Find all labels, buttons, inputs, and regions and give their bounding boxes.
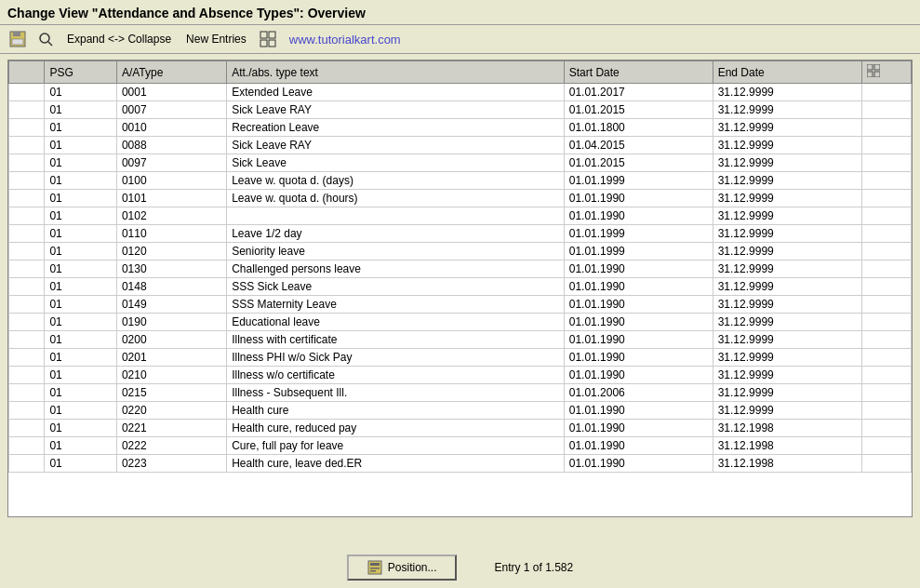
cell-startdate: 01.01.1990: [564, 207, 713, 225]
table-row[interactable]: 010097Sick Leave01.01.201531.12.9999: [9, 154, 912, 172]
save-icon[interactable]: [7, 29, 28, 49]
cell-psg: 01: [45, 261, 117, 278]
cell-aatype: 0148: [116, 278, 226, 296]
svg-rect-12: [874, 72, 880, 77]
row-selector[interactable]: [9, 455, 45, 473]
table-row[interactable]: 010210Illness w/o certificate01.01.19903…: [9, 367, 912, 384]
table-row[interactable]: 010130Challenged persons leave01.01.1990…: [9, 261, 912, 278]
row-selector[interactable]: [9, 420, 45, 437]
table-row[interactable]: 010088Sick Leave RAY01.04.201531.12.9999: [9, 137, 912, 154]
main-content: PSG A/AType Att./abs. type text Start Da…: [7, 60, 913, 517]
row-selector[interactable]: [9, 296, 45, 314]
cell-enddate: 31.12.9999: [713, 84, 861, 101]
cell-text: Leave w. quota d. (days): [227, 172, 565, 190]
svg-rect-15: [370, 568, 380, 569]
cell-text: SSS Sick Leave: [227, 278, 565, 296]
cell-aatype: 0222: [116, 437, 226, 455]
cell-startdate: 01.01.1999: [564, 243, 713, 261]
header-aatype: A/AType: [116, 61, 226, 84]
row-selector[interactable]: [9, 119, 45, 137]
table-row[interactable]: 010223Health cure, leave ded.ER01.01.199…: [9, 455, 912, 473]
table-row[interactable]: 010190Educational leave01.01.199031.12.9…: [9, 314, 912, 331]
row-selector[interactable]: [9, 384, 45, 402]
cell-enddate: 31.12.9999: [713, 154, 861, 172]
row-selector[interactable]: [9, 402, 45, 420]
title-bar: Change View "Attendance and Absence Type…: [0, 0, 920, 25]
row-selector[interactable]: [9, 349, 45, 367]
toolbar-icon-grid[interactable]: [258, 29, 278, 49]
row-selector[interactable]: [9, 278, 45, 296]
table-row[interactable]: 010149SSS Maternity Leave01.01.199031.12…: [9, 296, 912, 314]
cell-enddate: 31.12.9999: [713, 261, 861, 278]
cell-psg: 01: [45, 384, 117, 402]
row-selector[interactable]: [9, 190, 45, 207]
page-title: Change View "Attendance and Absence Type…: [7, 6, 913, 20]
row-selector[interactable]: [9, 261, 45, 278]
cell-aatype: 0215: [116, 384, 226, 402]
row-selector[interactable]: [9, 137, 45, 154]
row-selector[interactable]: [9, 331, 45, 349]
cell-psg: 01: [45, 331, 117, 349]
row-selector[interactable]: [9, 207, 45, 225]
table-row[interactable]: 010100Leave w. quota d. (days)01.01.1999…: [9, 172, 912, 190]
table-row[interactable]: 010215Illness - Subsequent Ill.01.01.200…: [9, 384, 912, 402]
row-selector[interactable]: [9, 314, 45, 331]
row-selector[interactable]: [9, 225, 45, 243]
cell-text: Cure, full pay for leave: [227, 437, 565, 455]
cell-startdate: 01.01.1999: [564, 225, 713, 243]
row-selector[interactable]: [9, 101, 45, 119]
table-row[interactable]: 010110Leave 1/2 day01.01.199931.12.9999: [9, 225, 912, 243]
table-row[interactable]: 010222Cure, full pay for leave01.01.1990…: [9, 437, 912, 455]
cell-icon: [861, 367, 911, 384]
row-selector[interactable]: [9, 172, 45, 190]
cell-text: Challenged persons leave: [227, 261, 565, 278]
table-row[interactable]: 01010201.01.199031.12.9999: [9, 207, 912, 225]
cell-aatype: 0088: [116, 137, 226, 154]
row-selector[interactable]: [9, 367, 45, 384]
data-table: PSG A/AType Att./abs. type text Start Da…: [8, 60, 912, 473]
table-row[interactable]: 010101Leave w. quota d. (hours)01.01.199…: [9, 190, 912, 207]
cell-enddate: 31.12.9999: [713, 225, 861, 243]
expand-collapse-button[interactable]: Expand <-> Collapse: [63, 31, 175, 47]
table-row[interactable]: 010001Extended Leave01.01.201731.12.9999: [9, 84, 912, 101]
table-scroll-area[interactable]: PSG A/AType Att./abs. type text Start Da…: [8, 60, 912, 516]
cell-psg: 01: [45, 455, 117, 473]
row-selector[interactable]: [9, 243, 45, 261]
row-selector[interactable]: [9, 437, 45, 455]
row-selector[interactable]: [9, 84, 45, 101]
cell-aatype: 0007: [116, 101, 226, 119]
table-row[interactable]: 010200Illness with certificate01.01.1990…: [9, 331, 912, 349]
toolbar: Expand <-> Collapse New Entries www.tuto…: [0, 25, 920, 54]
row-selector[interactable]: [9, 154, 45, 172]
new-entries-button[interactable]: New Entries: [182, 31, 250, 47]
cell-icon: [861, 331, 911, 349]
position-button[interactable]: Position...: [347, 555, 458, 581]
table-row[interactable]: 010007Sick Leave RAY01.01.201531.12.9999: [9, 101, 912, 119]
cell-startdate: 01.01.1990: [564, 455, 713, 473]
cell-enddate: 31.12.9999: [713, 119, 861, 137]
table-row[interactable]: 010010Recreation Leave01.01.180031.12.99…: [9, 119, 912, 137]
cell-enddate: 31.12.9999: [713, 278, 861, 296]
bottom-bar: Position... Entry 1 of 1.582: [0, 555, 920, 581]
cell-psg: 01: [45, 101, 117, 119]
table-row[interactable]: 010201Illness PHI w/o Sick Pay01.01.1990…: [9, 349, 912, 367]
cell-aatype: 0010: [116, 119, 226, 137]
svg-line-4: [48, 42, 52, 46]
search-icon[interactable]: [35, 29, 56, 49]
header-icon[interactable]: [861, 61, 911, 84]
cell-aatype: 0001: [116, 84, 226, 101]
table-row[interactable]: 010120Seniority leave01.01.199931.12.999…: [9, 243, 912, 261]
cell-icon: [861, 278, 911, 296]
cell-startdate: 01.01.1990: [564, 402, 713, 420]
cell-text: Illness PHI w/o Sick Pay: [227, 349, 565, 367]
table-row[interactable]: 010220Health cure01.01.199031.12.9999: [9, 402, 912, 420]
cell-enddate: 31.12.9999: [713, 190, 861, 207]
table-row[interactable]: 010221Health cure, reduced pay01.01.1990…: [9, 420, 912, 437]
svg-point-3: [40, 33, 49, 43]
table-row[interactable]: 010148SSS Sick Leave01.01.199031.12.9999: [9, 278, 912, 296]
svg-rect-6: [269, 32, 275, 38]
svg-rect-2: [12, 39, 23, 45]
cell-psg: 01: [45, 119, 117, 137]
cell-startdate: 01.01.1990: [564, 437, 713, 455]
svg-rect-11: [867, 72, 873, 77]
